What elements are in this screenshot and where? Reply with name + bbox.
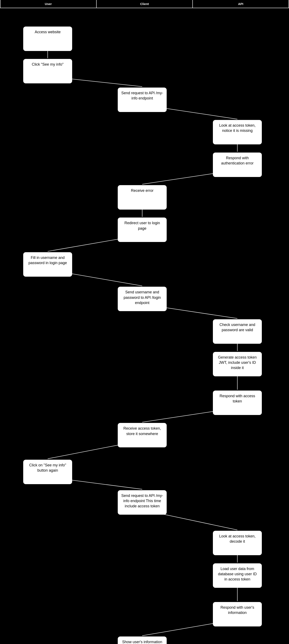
- card-c5: Respond with authentication error: [213, 152, 262, 177]
- card-c1: Access website: [23, 26, 72, 51]
- card-c10: Check username and password are valid: [213, 319, 262, 344]
- card-c13: Receive access token, store it somewhere: [118, 423, 167, 447]
- card-c17: Load user data from database using user …: [213, 563, 262, 588]
- header-api: API: [193, 0, 289, 8]
- card-c8: Fill in username and password in login p…: [23, 252, 72, 277]
- card-c11: Generate access token JWT, include user'…: [213, 352, 262, 376]
- card-c6: Receive error: [118, 185, 167, 210]
- header-user: User: [0, 0, 97, 8]
- card-c3: Send request to API /my-info endpoint: [118, 88, 167, 112]
- header: User Client API: [0, 0, 289, 8]
- card-c9: Send username and password to API /login…: [118, 287, 167, 311]
- card-c18: Respond with user's information: [213, 602, 262, 626]
- card-c15: Send request to API /my-info endpoint Th…: [118, 490, 167, 515]
- card-c12: Respond with access token: [213, 390, 262, 415]
- card-c2: Click "See my info": [23, 59, 72, 83]
- card-c7: Redirect user to login page: [118, 218, 167, 242]
- diagram: Access websiteClick "See my info"Send re…: [0, 8, 289, 643]
- card-c16: Look at access token, decode it: [213, 531, 262, 555]
- card-c19: Show user's information as received from…: [118, 636, 167, 644]
- card-c4: Look at access token, notice it is missi…: [213, 120, 262, 144]
- header-client: Client: [97, 0, 193, 8]
- card-c14: Click on "See my info" button again: [23, 460, 72, 484]
